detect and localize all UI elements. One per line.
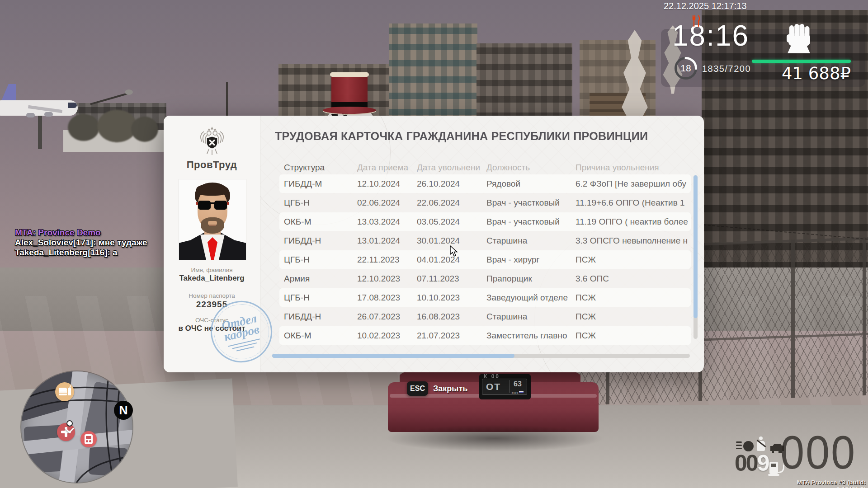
snowman-hat-top xyxy=(330,72,369,77)
org-name: ПровТруд xyxy=(164,159,260,171)
table-row: ОКБ-М13.03.202403.05.2024Врач - участков… xyxy=(279,212,691,231)
cell: 12.10.2023 xyxy=(357,269,413,288)
cell: 03.05.2024 xyxy=(417,212,483,231)
cell: ЦГБ-Н xyxy=(284,193,353,212)
cell: ЦГБ-Н xyxy=(284,288,353,307)
cell: 17.08.2023 xyxy=(357,288,413,307)
server-datetime: 22.12.2025 12:17:13 xyxy=(664,1,747,11)
plate-letters: ОТ xyxy=(482,381,501,392)
cell: Армия xyxy=(284,269,353,288)
minimap xyxy=(21,371,132,483)
headlight-icon xyxy=(736,445,742,446)
chat-line: Takeda_Litenberg[116]: а xyxy=(15,248,147,258)
cell: 21.07.2023 xyxy=(417,326,483,345)
vertical-scrollbar[interactable] xyxy=(693,175,698,339)
cell: 22.11.2023 xyxy=(357,250,413,269)
xp-progress: 1835/7200 xyxy=(702,64,751,74)
fastfood-map-icon xyxy=(55,382,74,401)
plate-region: 63 xyxy=(510,380,525,388)
cell: 3.6 ОПС xyxy=(576,269,689,288)
cell: ПСЖ xyxy=(576,326,689,345)
close-label[interactable]: Закрыть xyxy=(433,384,468,394)
cell: 6.2 ФЗоП [Не завершил обу xyxy=(576,174,689,193)
money-balance: 41 688₽ xyxy=(750,64,851,83)
cell: ОКБ-М xyxy=(284,212,353,231)
name-label: Имя, фамилия xyxy=(164,267,260,273)
table-header: Структура Дата приема Дата увольнени Дол… xyxy=(279,162,691,173)
fuel-gauge: 009 xyxy=(735,450,768,476)
airplane-cockpit xyxy=(68,103,77,108)
cell: 22.06.2024 xyxy=(417,193,483,212)
cell: 12.10.2024 xyxy=(357,174,413,193)
game-clock: 18:16 xyxy=(672,19,749,52)
cell: 3.3 ОПСГО невыполнение н xyxy=(576,231,689,250)
health-bar xyxy=(752,60,851,63)
headlight-icon xyxy=(736,441,742,443)
table-row: ГИБДД-Н26.07.202316.08.2023СтаршинаПСЖ xyxy=(279,307,691,326)
monument-pole xyxy=(38,116,42,149)
cell: ПСЖ xyxy=(576,307,689,326)
mouse-cursor-icon xyxy=(450,245,458,258)
airplane-engine xyxy=(26,113,35,117)
vertical-scrollbar-thumb[interactable] xyxy=(693,175,698,318)
compass-north-icon: N xyxy=(114,401,133,420)
headlight-icon xyxy=(736,448,742,449)
table-row: ГИБДД-М12.10.202426.10.2024Рядовой6.2 ФЗ… xyxy=(279,174,691,193)
street-lamp-head xyxy=(125,89,133,95)
car-shadow xyxy=(384,425,604,452)
col-fire-reason: Причина увольнения xyxy=(576,162,689,173)
airplane-engine xyxy=(44,112,53,117)
name-value: Takeda_Litenberg xyxy=(164,274,260,283)
table-row: ЦГБ-Н17.08.202310.10.2023Заведующий отде… xyxy=(279,288,691,307)
col-hire-date: Дата приема xyxy=(357,162,413,173)
level-progress-ring: 18 xyxy=(674,56,698,80)
cell: ОКБ-М xyxy=(284,326,353,345)
game-scene: К 00 ОТ 63 RUS xyxy=(0,0,868,488)
map-rail-lines xyxy=(21,371,132,483)
cell: 13.03.2024 xyxy=(357,212,413,231)
cell: Рядовой xyxy=(486,174,572,193)
horizontal-scrollbar-thumb[interactable] xyxy=(272,354,514,358)
dark-tree xyxy=(68,114,99,141)
seatbelt-icon xyxy=(759,436,763,440)
cell: 11.19+6.6 ОПГО (Неактив 1 xyxy=(576,193,689,212)
speedometer: 000 xyxy=(780,426,856,479)
cell: ПСЖ xyxy=(576,250,689,269)
horizontal-scrollbar[interactable] xyxy=(272,354,690,358)
chat-line: Alex_Soloviev[171]: мне тудаже xyxy=(15,238,147,248)
hospital-map-icon xyxy=(57,423,75,441)
level-value: 18 xyxy=(674,56,698,80)
table-row: ЦГБ-Н22.11.202304.01.2024Врач - хирургПС… xyxy=(279,250,691,269)
cell: ЦГБ-Н xyxy=(284,250,353,269)
esc-key-button[interactable]: ESC xyxy=(407,381,428,396)
cell: 26.10.2024 xyxy=(417,174,483,193)
sunglasses-icon xyxy=(198,201,227,211)
cell: ПСЖ xyxy=(576,288,689,307)
employment-table: ГИБДД-М12.10.202426.10.2024Рядовой6.2 ФЗ… xyxy=(279,174,691,345)
russia-flag-icon xyxy=(519,391,524,393)
fuel-pump-icon xyxy=(771,464,776,467)
labor-card-dialog: ПровТруд Имя, ф xyxy=(164,116,704,372)
chat-line-server: MTA: Province Demo xyxy=(15,228,147,238)
cell: ГИБДД-Н xyxy=(284,307,353,326)
photo-fringe xyxy=(196,184,229,196)
photo-lip xyxy=(209,225,216,226)
fist-icon xyxy=(786,23,812,54)
col-position: Должность xyxy=(486,162,572,173)
bus-map-icon xyxy=(80,431,97,447)
plate-country: RUS xyxy=(512,392,519,394)
table-row: ЦГБ-Н02.06.202422.06.2024Врач - участков… xyxy=(279,193,691,212)
building-center-right xyxy=(476,43,572,117)
cell: 26.07.2023 xyxy=(357,307,413,326)
cell: ГИБДД-Н xyxy=(284,231,353,250)
cell: 02.06.2024 xyxy=(357,193,413,212)
fuel-pump-icon xyxy=(768,474,779,476)
dark-tree xyxy=(131,117,158,142)
passport-label: Номер паспорта xyxy=(164,292,260,299)
cell: 11.19 ОПГО ( неактив более xyxy=(576,212,689,231)
table-row: ОКБ-М10.02.202321.07.2023Заместитель гла… xyxy=(279,326,691,345)
col-structure: Структура xyxy=(284,162,353,173)
citizen-photo xyxy=(179,179,246,260)
cell: Врач - участковый xyxy=(486,212,572,231)
cell: Старшина xyxy=(486,231,572,250)
